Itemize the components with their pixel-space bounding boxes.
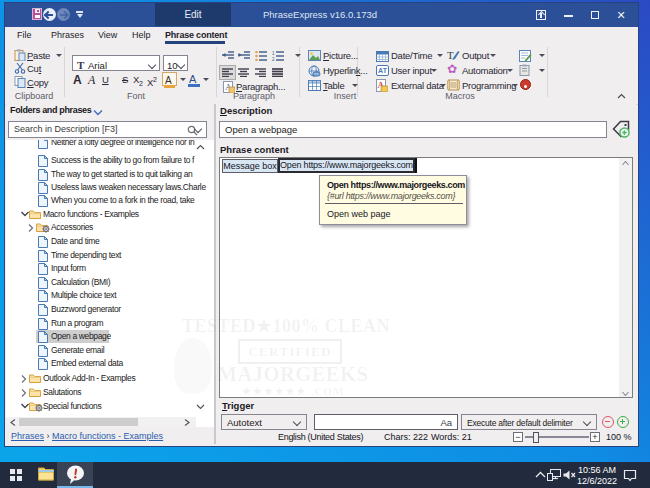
svg-text:1: 1 xyxy=(272,51,275,56)
svg-text:2: 2 xyxy=(272,57,275,61)
